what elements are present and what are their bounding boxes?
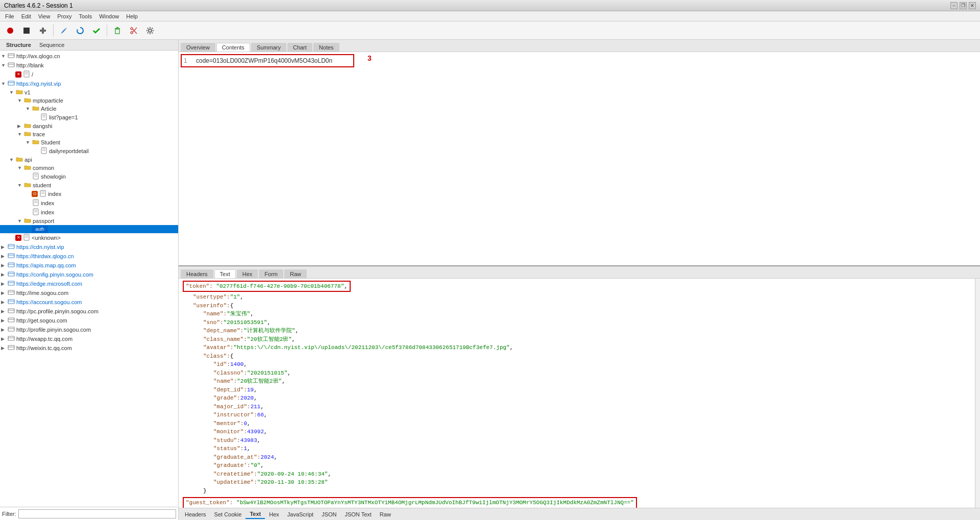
tree-item-5[interactable]: ▼v1 bbox=[0, 88, 178, 96]
scrollbar-right[interactable] bbox=[975, 279, 980, 508]
tree-item-6[interactable]: ▼mptoparticle bbox=[0, 96, 178, 105]
toolbar-unknown-btn[interactable] bbox=[36, 23, 50, 38]
req-tab-raw[interactable]: Raw bbox=[284, 269, 307, 278]
bot-tab-javascript[interactable]: JavaScript bbox=[283, 510, 317, 518]
tree-item-12[interactable]: dailyreportdetail bbox=[0, 146, 178, 156]
json-val-classname2: "20软工智能2班" bbox=[237, 377, 282, 386]
tree-item-1[interactable]: ▼http://wx.qlogo.cn bbox=[0, 52, 178, 61]
toolbar-scissors-btn[interactable] bbox=[127, 23, 141, 38]
toolbar-check-btn[interactable] bbox=[89, 23, 104, 38]
json-val-classname: "20软工智能2班" bbox=[247, 335, 292, 344]
tree-item-22[interactable]: ✕<unknown> bbox=[0, 233, 178, 242]
json-studu-line: "studu": 43983, bbox=[183, 436, 976, 445]
bot-tab-json[interactable]: JSON bbox=[317, 510, 340, 518]
tree-item-26[interactable]: ▶https://config.pinyin.sogou.com bbox=[0, 270, 178, 279]
tree-icon-host bbox=[7, 335, 15, 343]
tree-icon-host bbox=[7, 344, 15, 352]
tree-item-32[interactable]: ▶http://profile.pinyin.sogou.com bbox=[0, 325, 178, 334]
minimize-button[interactable]: − bbox=[950, 2, 958, 9]
tree-item-11[interactable]: ▼Student bbox=[0, 138, 178, 146]
req-tab-hex[interactable]: Hex bbox=[237, 269, 258, 278]
bot-tab-text[interactable]: Text bbox=[246, 510, 265, 519]
toolbar-gear-btn[interactable] bbox=[143, 23, 157, 38]
tree-item-28[interactable]: ▶http://ime.sogou.com bbox=[0, 288, 178, 298]
tree-item-31[interactable]: ▶http://get.sogou.com bbox=[0, 316, 178, 325]
close-button[interactable]: ✕ bbox=[969, 2, 976, 9]
tree-item-14[interactable]: ▼common bbox=[0, 164, 178, 172]
tab-contents[interactable]: Contents bbox=[216, 43, 250, 52]
tree-container[interactable]: ▼http://wx.qlogo.cn▼http://blank✕/▼https… bbox=[0, 51, 178, 507]
tree-arrow: ▼ bbox=[17, 165, 23, 170]
tab-chart[interactable]: Chart bbox=[287, 43, 312, 52]
toolbar-record-btn[interactable] bbox=[3, 23, 17, 38]
tree-item-17[interactable]: Oindex bbox=[0, 189, 178, 199]
tree-arrow: ▶ bbox=[17, 123, 23, 129]
toolbar-refresh-btn[interactable] bbox=[73, 23, 87, 38]
tree-item-24[interactable]: ▶https://thirdwx.qlogo.cn bbox=[0, 252, 178, 261]
restore-button[interactable]: ❐ bbox=[960, 2, 967, 9]
tab-sequence[interactable]: Sequence bbox=[35, 41, 69, 49]
tree-icon-file bbox=[32, 172, 40, 181]
bot-tab-jsontext[interactable]: JSON Text bbox=[340, 510, 375, 518]
tree-item-19[interactable]: index bbox=[0, 208, 178, 217]
tree-item-9[interactable]: ▶dangshi bbox=[0, 122, 178, 130]
tree-item-10[interactable]: ▼trace bbox=[0, 130, 178, 138]
tree-item-7[interactable]: ▼Article bbox=[0, 105, 178, 113]
tree-item-29[interactable]: ▶https://account.sogou.com bbox=[0, 298, 178, 307]
req-tab-text[interactable]: Text bbox=[214, 269, 236, 278]
menu-file[interactable]: File bbox=[2, 13, 17, 20]
tree-item-33[interactable]: ▶http://wxapp.tc.qq.com bbox=[0, 334, 178, 343]
tree-label: http://wx.qlogo.cn bbox=[16, 53, 60, 59]
json-status-line: "status": 1, bbox=[183, 444, 976, 453]
tree-item-8[interactable]: list?page=1 bbox=[0, 113, 178, 122]
tree-item-18[interactable]: index bbox=[0, 199, 178, 208]
menu-help[interactable]: Help bbox=[123, 13, 141, 20]
menu-proxy[interactable]: Proxy bbox=[54, 13, 75, 20]
request-content[interactable]: "token": "0277f61d-f746-427e-90b9-70c01b… bbox=[179, 279, 980, 508]
menu-tools[interactable]: Tools bbox=[76, 13, 95, 20]
menu-window[interactable]: Window bbox=[96, 13, 122, 20]
json-userinfo-line: "userinfo": { bbox=[183, 302, 976, 310]
tree-item-23[interactable]: ▶https://cdn.nyist.vip bbox=[0, 242, 178, 252]
tree-item-30[interactable]: ▶http://pc.profile.pinyin.sogou.com bbox=[0, 307, 178, 316]
tree-item-25[interactable]: ▶https://apis.map.qq.com bbox=[0, 261, 178, 270]
tree-item-27[interactable]: ▶https://edge.microsoft.com bbox=[0, 279, 178, 288]
tree-label: https://cdn.nyist.vip bbox=[16, 244, 64, 250]
tree-icon-file bbox=[22, 70, 31, 79]
json-key-updatetime: "updatetime": bbox=[213, 478, 257, 487]
bot-tab-raw[interactable]: Raw bbox=[376, 510, 395, 518]
menu-edit[interactable]: Edit bbox=[18, 13, 34, 20]
tree-item-4[interactable]: ▼https://xg.nyist.vip bbox=[0, 79, 178, 88]
tree-label: trace bbox=[33, 131, 45, 137]
tree-item-15[interactable]: showlogin bbox=[0, 172, 178, 181]
bot-tab-hex[interactable]: Hex bbox=[265, 510, 283, 518]
bot-tab-setcookie[interactable]: Set Cookie bbox=[210, 510, 246, 518]
json-key-classname: "class_name": bbox=[203, 335, 247, 344]
svg-rect-5 bbox=[115, 28, 120, 29]
filter-input[interactable] bbox=[18, 509, 177, 518]
tree-item-3[interactable]: ✕/ bbox=[0, 70, 178, 79]
tab-structure[interactable]: Structure bbox=[2, 41, 35, 49]
req-tab-headers[interactable]: Headers bbox=[181, 269, 213, 278]
tree-label: list?page=1 bbox=[49, 114, 78, 120]
tree-item-16[interactable]: ▼student bbox=[0, 181, 178, 189]
toolbar-feather-btn[interactable] bbox=[57, 23, 71, 38]
tree-item-34[interactable]: ▶http://weixin.tc.qq.com bbox=[0, 343, 178, 353]
toolbar-stop-btn[interactable] bbox=[19, 23, 34, 38]
tree-item-20[interactable]: ▼passport bbox=[0, 217, 178, 225]
tab-summary[interactable]: Summary bbox=[251, 43, 286, 52]
json-key-monitor: "monitor": bbox=[213, 428, 247, 436]
tab-overview[interactable]: Overview bbox=[181, 43, 215, 52]
json-key-instructor: "instructor": bbox=[213, 411, 257, 419]
tree-item-2[interactable]: ▼http://blank bbox=[0, 61, 178, 70]
req-tab-form[interactable]: Form bbox=[259, 269, 283, 278]
tab-notes[interactable]: Notes bbox=[313, 43, 339, 52]
tree-item-13[interactable]: ▼api bbox=[0, 156, 178, 164]
tree-item-21[interactable]: auth bbox=[0, 225, 178, 233]
bot-tab-headers[interactable]: Headers bbox=[181, 510, 210, 518]
tree-label: http://wxapp.tc.qq.com bbox=[16, 336, 72, 342]
menu-view[interactable]: View bbox=[35, 13, 54, 20]
tree-icon-host bbox=[7, 289, 15, 297]
toolbar-trash-btn[interactable] bbox=[110, 23, 125, 38]
svg-rect-62 bbox=[8, 300, 14, 304]
